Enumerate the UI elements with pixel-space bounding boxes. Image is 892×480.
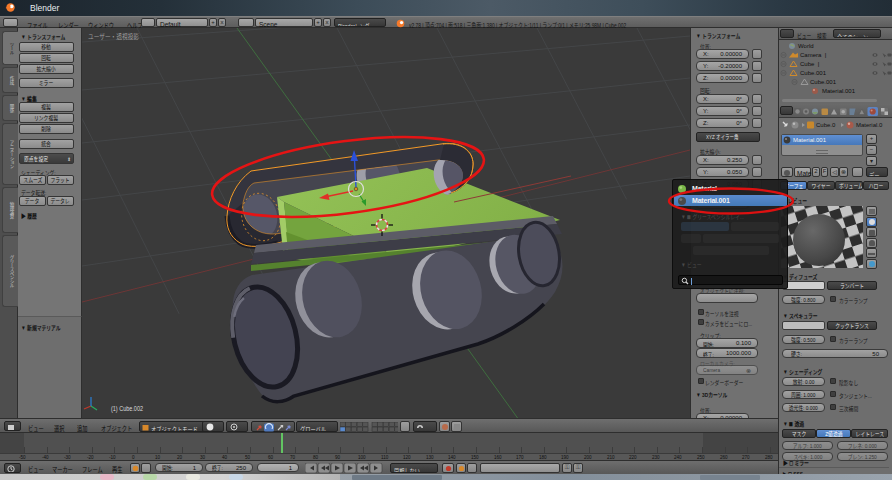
svg-text:(1) Cube.002: (1) Cube.002 — [111, 405, 143, 413]
svg-text:ユーザー・透視投影: ユーザー・透視投影 — [88, 32, 139, 41]
